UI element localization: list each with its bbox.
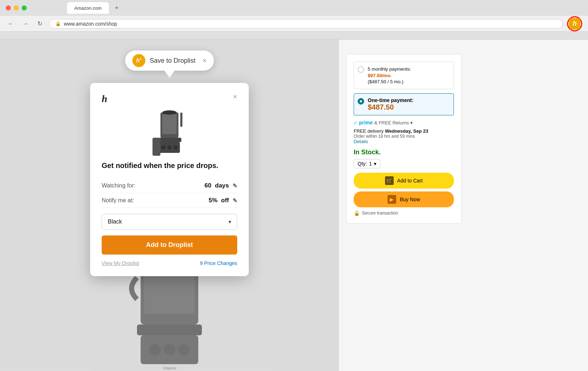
svg-point-16 [149, 344, 161, 355]
popup-title: Get notified when the price drops. [102, 162, 237, 170]
cart-icon: 🛒 [385, 176, 394, 185]
svg-rect-14 [137, 324, 202, 335]
dropdown-selected-value: Black [108, 218, 122, 225]
notify-edit-icon[interactable]: ✎ [233, 197, 237, 204]
banner-arrow [164, 71, 174, 78]
honey-extension-button[interactable]: h [567, 16, 582, 31]
monthly-radio[interactable] [358, 66, 364, 73]
onetime-payment-price: $487.50 [368, 103, 414, 111]
refresh-button[interactable]: ↻ [35, 19, 45, 29]
svg-rect-3 [158, 138, 181, 142]
delivery-info: FREE delivery Wednesday, Sep 23 Order wi… [354, 128, 454, 144]
svg-point-5 [161, 145, 165, 150]
dropdown-arrow-icon: ▾ [229, 219, 231, 225]
color-dropdown[interactable]: Black ▾ [102, 214, 237, 230]
honey-logo: h [102, 93, 107, 105]
honey-badge: h+ [132, 54, 145, 67]
monthly-payment-details: 5 monthly payments: $97.50/mo. ($487.50 … [368, 66, 411, 85]
onetime-payment-details: One-time payment: $487.50 [368, 97, 414, 111]
browser-tab-bar: Amazon.com + [31, 2, 582, 14]
watching-label: Watching for: [102, 182, 136, 189]
monthly-payment-label: 5 monthly payments: [368, 66, 411, 73]
new-tab-button[interactable]: + [112, 3, 122, 13]
free-delivery-label: FREE delivery [354, 128, 384, 134]
onetime-payment-label: One-time payment: [368, 97, 414, 103]
price-changes-link[interactable]: 9 Price Changes [200, 260, 237, 266]
minimize-window-button[interactable] [14, 5, 19, 10]
monthly-payment-option[interactable]: 5 monthly payments: $97.50/mo. ($487.50 … [354, 62, 454, 89]
svg-rect-8 [152, 138, 160, 156]
popup-header: h × [102, 93, 237, 105]
prime-line: ✓ prime & FREE Returns ▾ [354, 120, 454, 125]
browser-toolbar: ← → ↻ 🔒 www.amazon.com/shop h [0, 16, 588, 32]
popup-close-button[interactable]: × [233, 93, 237, 100]
order-within-text: Order within 18 hrs and 59 mins [354, 134, 454, 139]
popup-modal: h × Get notified wh [90, 83, 249, 276]
qty-label: Qty: [358, 161, 367, 167]
tab-label: Amazon.com [74, 5, 102, 11]
honey-extension-icon: h [569, 18, 580, 30]
popup-product-image [102, 109, 237, 156]
browser-chrome: Amazon.com + ← → ↻ 🔒 www.amazon.com/shop… [0, 0, 588, 40]
watching-value: 60 days ✎ [204, 182, 237, 189]
notify-percent-value: 5% [209, 197, 218, 204]
browser-titlebar: Amazon.com + [0, 0, 588, 16]
address-bar[interactable]: 🔒 www.amazon.com/shop [49, 19, 563, 28]
delivery-date: Wednesday, Sep 23 [385, 128, 428, 134]
save-to-droplist-banner: h+ Save to Droplist × [125, 50, 214, 71]
maximize-window-button[interactable] [22, 5, 27, 10]
prime-check-icon: ✓ [354, 120, 358, 125]
purchase-sidebar: 5 monthly payments: $97.50/mo. ($487.50 … [346, 54, 461, 224]
svg-point-18 [178, 344, 190, 355]
notify-value: 5% off ✎ [209, 197, 237, 204]
buy-now-button[interactable]: ▶ Buy Now [354, 191, 454, 207]
qty-value: 1 [369, 161, 372, 167]
lock-icon: 🔒 [55, 21, 61, 26]
url-text: www.amazon.com/shop [64, 21, 117, 27]
back-button[interactable]: ← [6, 19, 16, 29]
secure-transaction: 🔒 Secure transaction [354, 210, 454, 216]
delivery-details-link[interactable]: Details [354, 139, 454, 144]
secure-lock-icon: 🔒 [354, 210, 360, 216]
in-stock-label: In Stock. [354, 149, 454, 156]
qty-selector[interactable]: Qty: 1 ▾ [354, 159, 380, 168]
svg-rect-1 [162, 114, 177, 134]
play-icon: ▶ [388, 195, 396, 204]
prime-badge: prime [359, 120, 373, 125]
watching-edit-icon[interactable]: ✎ [233, 182, 237, 189]
svg-point-17 [164, 344, 175, 355]
browser-tab[interactable]: Amazon.com [67, 2, 109, 14]
add-to-cart-button[interactable]: 🛒 Add to Cart [354, 173, 454, 189]
product-area: h+ Save to Droplist × h × [0, 40, 339, 371]
free-returns-chevron: ▾ [410, 120, 413, 125]
svg-rect-9 [180, 112, 182, 127]
svg-point-7 [173, 145, 178, 150]
watching-days-value: 60 [204, 182, 211, 189]
monthly-payment-sub: ($487.50 / 5 mo.) [368, 78, 411, 85]
qty-dropdown-icon: ▾ [374, 161, 376, 167]
popup-footer: View My Droplist 9 Price Changes [102, 260, 237, 266]
buy-now-label: Buy Now [400, 196, 420, 202]
forward-button[interactable]: → [20, 19, 30, 29]
traffic-lights [6, 5, 27, 10]
svg-point-2 [162, 110, 177, 115]
add-to-droplist-button[interactable]: Add to Droplist [102, 235, 237, 255]
banner-close-button[interactable]: × [203, 57, 207, 65]
onetime-radio[interactable] [358, 98, 364, 105]
close-window-button[interactable] [6, 5, 11, 10]
view-my-droplist-link[interactable]: View My Droplist [102, 260, 139, 266]
watching-days-unit: days [215, 182, 229, 189]
honey-badge-label: h+ [136, 57, 142, 64]
free-returns-text: & FREE Returns [374, 120, 409, 125]
svg-text:Vitamix: Vitamix [163, 366, 176, 370]
notify-label: Notify me at: [102, 197, 134, 204]
monthly-payment-price: $97.50/mo. [368, 73, 411, 78]
add-to-cart-label: Add to Cart [397, 178, 423, 184]
svg-point-6 [167, 145, 172, 150]
notify-me-row: Notify me at: 5% off ✎ [102, 193, 237, 208]
watching-for-row: Watching for: 60 days ✎ [102, 178, 237, 193]
secure-label: Secure transaction [362, 211, 398, 216]
onetime-payment-option[interactable]: One-time payment: $487.50 [354, 93, 454, 115]
page-content: h+ Save to Droplist × h × [0, 40, 588, 371]
popup-blender-image [150, 109, 189, 156]
